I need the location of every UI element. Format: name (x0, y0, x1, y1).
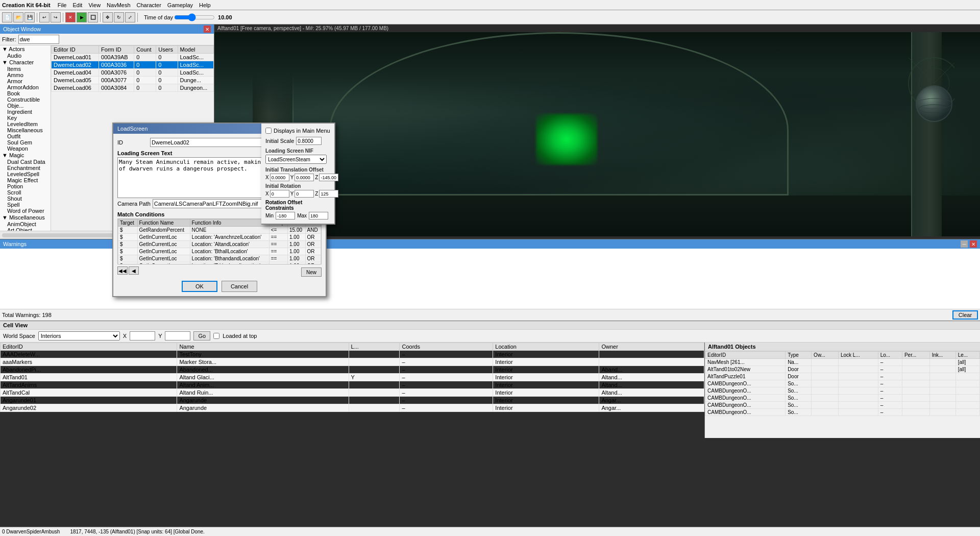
alftand-col-ink[interactable]: Ink... (929, 352, 955, 359)
rot-z-input[interactable] (319, 190, 338, 198)
match-new-btn[interactable]: New (301, 267, 322, 277)
cell-table-row[interactable]: AbandonedPi...Abandoned...–InteriorAband… (1, 366, 704, 374)
tree-constructible[interactable]: Constructible Obje... (0, 96, 51, 109)
tree-armor[interactable]: Armor (0, 78, 51, 84)
tree-key[interactable]: Key (0, 115, 51, 121)
alftand-table-row[interactable]: AltTandPuzzle01Door– (705, 373, 980, 380)
tree-shout[interactable]: Shout (0, 196, 51, 202)
filter-input[interactable] (18, 35, 59, 44)
match-table-row[interactable]: $GetInCurrentLocLocation: 'TrkinghandLoc… (118, 262, 321, 265)
alftand-table-row[interactable]: CAMBDungeonO...So...– (705, 395, 980, 402)
tree-enchantment[interactable]: Enchantment (0, 165, 51, 171)
alftand-table-row[interactable]: CAMBDungeonO...So...– (705, 402, 980, 409)
tree-miscellaneous[interactable]: ▼ Miscellaneous (0, 214, 51, 221)
tree-dualcast[interactable]: Dual Cast Data (0, 159, 51, 165)
dialog-ok-btn[interactable]: OK (182, 281, 217, 292)
tree-wordofpower[interactable]: Word of Power (0, 208, 51, 214)
nav-prev-prev[interactable]: ◀◀ (117, 266, 128, 275)
toolbar-redo[interactable]: ↪ (51, 12, 61, 22)
object-table-row[interactable]: DwemeLoad04000A307600LoadSc... (52, 69, 214, 77)
rot-y-input[interactable] (295, 190, 314, 198)
tree-ammo[interactable]: Ammo (0, 72, 51, 78)
match-table-row[interactable]: $GetRandomPercentNONE<=15.00AND (118, 227, 321, 234)
toolbar-open[interactable]: 📂 (13, 12, 23, 22)
nif-select[interactable]: LoadScreenSteam (265, 155, 327, 164)
time-slider[interactable] (174, 14, 215, 21)
tree-items[interactable]: Items (0, 66, 51, 72)
cell-table-row[interactable]: AltTandCalAltand Ruin...–InteriorAltand.… (1, 389, 704, 397)
col-form-id[interactable]: Form ID (99, 46, 134, 54)
alftand-col-per[interactable]: Per... (902, 352, 929, 359)
cell-table-row[interactable]: Angarunde01Angarunde–InteriorAngar... (1, 397, 704, 404)
cell-table-row[interactable]: AAADeleteW...TestTony–Interior (1, 351, 704, 358)
tree-outfit[interactable]: Outfit (0, 133, 51, 139)
match-table-row[interactable]: $GetInCurrentLocLocation: 'BthallLocatio… (118, 248, 321, 255)
cell-col-editorid[interactable]: EditorID (1, 343, 177, 351)
toolbar-save[interactable]: 💾 (24, 12, 35, 22)
max-input[interactable] (309, 212, 328, 220)
alftand-table-row[interactable]: CAMBDungeonO...So...– (705, 409, 980, 416)
alftand-table-row[interactable]: AltTand01to02NewDoor–[all] (705, 366, 980, 373)
menu-file[interactable]: File (55, 2, 70, 9)
match-col-info[interactable]: Function Info (190, 220, 269, 227)
alftand-col-lo[interactable]: Lo... (878, 352, 902, 359)
cell-col-coords[interactable]: Coords (400, 343, 493, 351)
cell-col-name[interactable]: Name (177, 343, 349, 351)
trans-z-input[interactable] (319, 174, 338, 181)
tree-spell[interactable]: Spell (0, 202, 51, 208)
object-table-row[interactable]: DwemeLoad01000A39AB00LoadSc... (52, 54, 214, 61)
menu-navmesh[interactable]: NavMesh (104, 2, 133, 9)
cell-col-location[interactable]: Location (493, 343, 599, 351)
alftand-col-lock[interactable]: Lock L... (838, 352, 878, 359)
cell-table-row[interactable]: AltTand01Altand Glaci...Y–InteriorAltand… (1, 374, 704, 381)
menu-view[interactable]: View (85, 2, 104, 9)
tree-actors[interactable]: ▼ Actors (0, 45, 51, 53)
tree-potion[interactable]: Potion (0, 183, 51, 189)
tree-weapon[interactable]: Weapon (0, 145, 51, 152)
tree-misc[interactable]: Miscellaneous (0, 127, 51, 133)
tree-artobject[interactable]: Art Object (0, 227, 51, 231)
match-col-fn[interactable]: Function Name (137, 220, 190, 227)
cell-col-owner[interactable]: Owner (599, 343, 704, 351)
alftand-col-le[interactable]: Le... (955, 352, 979, 359)
min-input[interactable] (276, 212, 295, 220)
object-table-row[interactable]: DwemeLoad06000A308400Dungeon... (52, 84, 214, 92)
trans-x-input[interactable] (270, 174, 289, 181)
world-space-select[interactable]: Interiors (38, 331, 120, 340)
toolbar-move[interactable]: ✥ (103, 12, 113, 22)
match-table-row[interactable]: $GetInCurrentLocLocation: 'AltandLocatio… (118, 241, 321, 248)
toolbar-scale[interactable]: ⤢ (125, 12, 135, 22)
tree-soulgem[interactable]: Soul Gem (0, 139, 51, 145)
tree-leveleditem[interactable]: LeveledItem (0, 121, 51, 127)
toolbar-render[interactable]: 🔲 (88, 12, 98, 22)
cell-col-l[interactable]: L... (349, 343, 400, 351)
tree-armoraddon[interactable]: ArmorAddon (0, 84, 51, 90)
cell-table-row[interactable]: Angarunde02Angarunde–InteriorAngar... (1, 404, 704, 412)
cell-table-row[interactable]: AltTandAnimsAltand Anim...–InteriorAltan… (1, 381, 704, 389)
warnings-close[interactable]: ✕ (970, 240, 977, 248)
warnings-clear-btn[interactable]: Clear (952, 310, 978, 320)
cell-y-input[interactable] (165, 331, 190, 340)
object-table-row[interactable]: DwemeLoad05000A307700Dunge... (52, 77, 214, 84)
col-editor-id[interactable]: Editor ID (52, 46, 99, 54)
toolbar-rotate[interactable]: ↻ (114, 12, 124, 22)
match-table-row[interactable]: $GetInCurrentLocLocation: 'AvanchnzelLoc… (118, 234, 321, 241)
alftand-col-ow[interactable]: Ow... (812, 352, 839, 359)
tree-animobject[interactable]: AnimObject (0, 221, 51, 227)
loaded-at-top-checkbox[interactable] (213, 333, 219, 339)
menu-edit[interactable]: Edit (69, 2, 85, 9)
tree-character[interactable]: ▼ Character (0, 59, 51, 66)
toolbar-green[interactable]: ▶ (77, 12, 87, 22)
object-table-row[interactable]: DwemeLoad02000A303600LoadSc... (52, 61, 214, 69)
cell-go-btn[interactable]: Go (193, 331, 210, 340)
dialog-cancel-btn[interactable]: Cancel (222, 281, 257, 292)
menu-character[interactable]: Character (134, 2, 164, 9)
alftand-table-row[interactable]: NavMesh [261...Na...–[all] (705, 359, 980, 366)
toolbar-new[interactable]: 📄 (2, 12, 12, 22)
displays-main-menu-checkbox[interactable] (265, 128, 272, 134)
tree-magic[interactable]: ▼ Magic (0, 152, 51, 159)
match-col-target[interactable]: Target (118, 220, 138, 227)
toolbar-red-x[interactable]: ✕ (65, 12, 76, 22)
alftand-table-row[interactable]: CAMBDungeonO...So...– (705, 380, 980, 387)
trans-y-input[interactable] (295, 174, 314, 181)
